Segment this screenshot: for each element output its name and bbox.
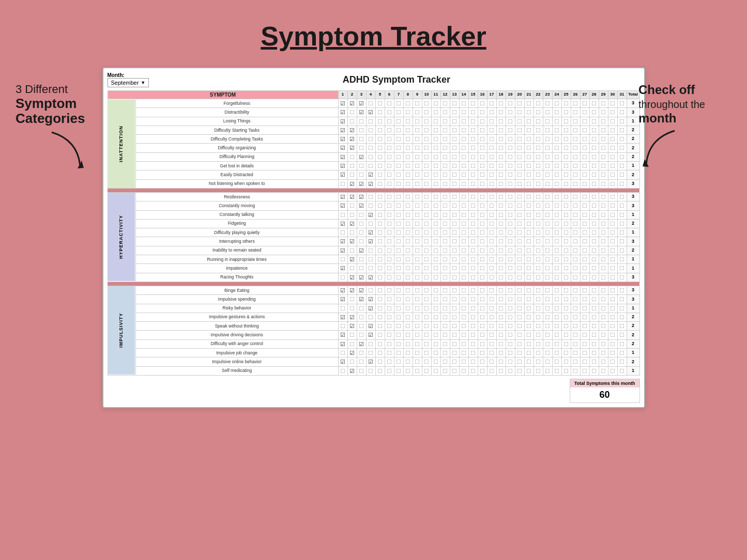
check-cell[interactable]: ☐: [608, 331, 617, 339]
check-cell[interactable]: ☐: [552, 152, 561, 161]
check-cell[interactable]: ☐: [552, 295, 561, 304]
check-cell[interactable]: ☐: [431, 201, 440, 210]
check-cell[interactable]: ☐: [450, 246, 459, 255]
check-cell[interactable]: ☐: [506, 366, 515, 375]
check-cell[interactable]: ☐: [580, 99, 589, 108]
check-cell[interactable]: ☐: [617, 135, 627, 144]
check-cell[interactable]: ☐: [431, 366, 440, 375]
check-cell[interactable]: ☐: [617, 295, 627, 304]
check-cell[interactable]: ☐: [347, 304, 357, 313]
check-cell[interactable]: ☐: [580, 192, 589, 201]
check-cell[interactable]: ☐: [413, 246, 422, 255]
check-cell[interactable]: ☐: [617, 339, 627, 348]
check-cell[interactable]: ☐: [533, 126, 543, 134]
check-cell[interactable]: ☐: [440, 304, 450, 313]
check-cell[interactable]: ☐: [599, 366, 608, 375]
check-cell[interactable]: ☐: [440, 201, 450, 210]
check-cell[interactable]: ☐: [543, 366, 552, 375]
check-cell[interactable]: ☑: [338, 108, 347, 117]
check-cell[interactable]: ☐: [403, 264, 413, 273]
check-cell[interactable]: ☐: [357, 144, 366, 152]
check-cell[interactable]: ☐: [571, 144, 580, 152]
check-cell[interactable]: ☐: [478, 99, 487, 108]
check-cell[interactable]: ☐: [599, 219, 608, 228]
check-cell[interactable]: ☐: [413, 192, 422, 201]
check-cell[interactable]: ☐: [450, 126, 459, 134]
check-cell[interactable]: ☐: [571, 295, 580, 304]
check-cell[interactable]: ☐: [561, 246, 571, 255]
check-cell[interactable]: ☐: [357, 366, 366, 375]
check-cell[interactable]: ☑: [366, 357, 375, 366]
check-cell[interactable]: ☐: [394, 255, 403, 264]
check-cell[interactable]: ☐: [533, 201, 543, 210]
check-cell[interactable]: ☐: [468, 264, 478, 273]
check-cell[interactable]: ☐: [487, 357, 496, 366]
check-cell[interactable]: ☐: [617, 286, 627, 294]
check-cell[interactable]: ☐: [608, 295, 617, 304]
check-cell[interactable]: ☐: [375, 255, 385, 264]
check-cell[interactable]: ☐: [394, 273, 403, 282]
check-cell[interactable]: ☐: [506, 170, 515, 179]
check-cell[interactable]: ☐: [394, 357, 403, 366]
check-cell[interactable]: ☐: [478, 170, 487, 179]
check-cell[interactable]: ☐: [571, 170, 580, 179]
check-cell[interactable]: ☑: [347, 349, 357, 357]
check-cell[interactable]: ☑: [347, 237, 357, 246]
check-cell[interactable]: ☐: [440, 313, 450, 321]
check-cell[interactable]: ☐: [450, 170, 459, 179]
check-cell[interactable]: ☐: [468, 286, 478, 294]
check-cell[interactable]: ☐: [589, 117, 599, 126]
check-cell[interactable]: ☐: [431, 152, 440, 161]
check-cell[interactable]: ☐: [394, 228, 403, 237]
check-cell[interactable]: ☐: [515, 331, 524, 339]
check-cell[interactable]: ☐: [403, 126, 413, 134]
check-cell[interactable]: ☐: [617, 201, 627, 210]
check-cell[interactable]: ☐: [403, 366, 413, 375]
check-cell[interactable]: ☐: [487, 135, 496, 144]
check-cell[interactable]: ☐: [524, 126, 533, 134]
check-cell[interactable]: ☐: [543, 162, 552, 170]
check-cell[interactable]: ☐: [524, 152, 533, 161]
check-cell[interactable]: ☐: [617, 246, 627, 255]
check-cell[interactable]: ☐: [413, 304, 422, 313]
check-cell[interactable]: ☐: [478, 313, 487, 321]
check-cell[interactable]: ☑: [357, 339, 366, 348]
check-cell[interactable]: ☐: [487, 295, 496, 304]
check-cell[interactable]: ☐: [468, 192, 478, 201]
check-cell[interactable]: ☐: [580, 264, 589, 273]
check-cell[interactable]: ☐: [608, 144, 617, 152]
check-cell[interactable]: ☐: [487, 286, 496, 294]
check-cell[interactable]: ☐: [496, 210, 506, 219]
check-cell[interactable]: ☐: [468, 152, 478, 161]
check-cell[interactable]: ☐: [403, 304, 413, 313]
check-cell[interactable]: ☐: [580, 349, 589, 357]
check-cell[interactable]: ☐: [487, 331, 496, 339]
check-cell[interactable]: ☐: [347, 295, 357, 304]
check-cell[interactable]: ☐: [413, 331, 422, 339]
check-cell[interactable]: ☐: [385, 304, 394, 313]
check-cell[interactable]: ☐: [450, 135, 459, 144]
check-cell[interactable]: ☐: [617, 331, 627, 339]
check-cell[interactable]: ☐: [524, 117, 533, 126]
check-cell[interactable]: ☐: [496, 179, 506, 188]
check-cell[interactable]: ☑: [366, 108, 375, 117]
check-cell[interactable]: ☐: [375, 322, 385, 331]
check-cell[interactable]: ☐: [413, 349, 422, 357]
check-cell[interactable]: ☐: [468, 117, 478, 126]
check-cell[interactable]: ☑: [357, 152, 366, 161]
check-cell[interactable]: ☐: [357, 162, 366, 170]
check-cell[interactable]: ☐: [515, 313, 524, 321]
check-cell[interactable]: ☐: [589, 201, 599, 210]
check-cell[interactable]: ☐: [394, 246, 403, 255]
check-cell[interactable]: ☐: [459, 219, 468, 228]
check-cell[interactable]: ☐: [561, 349, 571, 357]
check-cell[interactable]: ☑: [347, 313, 357, 321]
check-cell[interactable]: ☐: [468, 339, 478, 348]
check-cell[interactable]: ☐: [552, 357, 561, 366]
check-cell[interactable]: ☐: [375, 228, 385, 237]
check-cell[interactable]: ☐: [468, 304, 478, 313]
check-cell[interactable]: ☐: [580, 237, 589, 246]
check-cell[interactable]: ☐: [459, 210, 468, 219]
check-cell[interactable]: ☐: [338, 366, 347, 375]
check-cell[interactable]: ☐: [571, 126, 580, 134]
